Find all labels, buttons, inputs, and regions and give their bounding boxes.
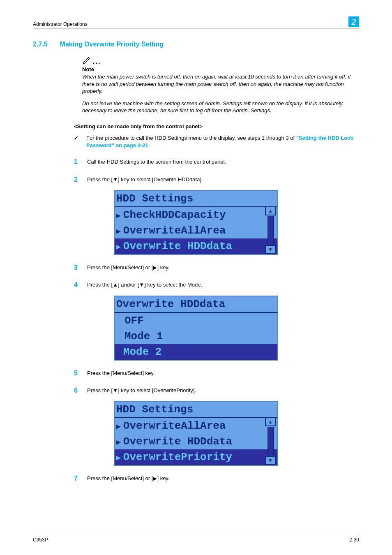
step-number: 1	[74, 157, 80, 166]
scrollbar-track	[267, 427, 274, 455]
scroll-down-icon: ▼	[265, 456, 276, 465]
lcd-item: Overwrite HDDdata	[123, 435, 232, 448]
footer-model: C353P	[33, 537, 48, 543]
lcd-item: OverwriteAllArea	[123, 420, 226, 432]
step-text: Press the [▼] key to select [OverwritePr…	[87, 386, 196, 395]
lcd-item-selected: Overwrite HDDdata	[123, 240, 232, 252]
step-text: Press the [Menu/Select] key.	[87, 369, 155, 378]
step-text: Press the [▲] and/or [▼] key to select t…	[87, 280, 202, 289]
lcd-item-selected: Mode 2	[123, 346, 162, 358]
section-title: Making Overwrite Priority Setting	[60, 41, 164, 48]
breadcrumb: Administrator Operations	[33, 21, 88, 27]
lcd-item-selected: OverwritePriority	[123, 451, 232, 463]
triangle-icon	[116, 209, 121, 221]
scroll-up-icon: ▲	[265, 417, 276, 426]
note-label: Note	[82, 66, 355, 72]
note-paragraph-2: Do not leave the machine with the settin…	[82, 100, 355, 114]
step-text: Press the [Menu/Select] or [▶] key.	[87, 474, 170, 483]
step-text: Press the [▼] key to select [Overwrite H…	[87, 175, 203, 184]
lcd-screen-3: HDD Settings OverwriteAllArea Overwrite …	[114, 401, 278, 466]
step-number: 4	[74, 280, 80, 289]
lcd-title: HDD Settings	[116, 403, 193, 416]
triangle-icon	[116, 420, 121, 432]
cursor-icon	[116, 346, 121, 358]
lcd-screen-1: HDD Settings CheckHDDCapacity OverwriteA…	[114, 190, 278, 255]
step-number: 3	[74, 263, 80, 272]
step-number: 7	[74, 474, 80, 483]
scrollbar-track	[267, 216, 274, 244]
check-icon: ✔	[74, 134, 79, 149]
step-text: Press the [Menu/Select] or [▶] key.	[87, 263, 170, 272]
step-number: 6	[74, 386, 80, 395]
subheading: <Setting can be made only from the contr…	[74, 123, 359, 130]
triangle-icon	[116, 240, 121, 252]
lcd-title: Overwrite HDDdata	[116, 298, 225, 310]
note-paragraph-1: When the main power switch is turned off…	[82, 73, 355, 95]
step-number: 5	[74, 369, 80, 378]
note-dots: ...	[93, 58, 101, 65]
note-icon	[82, 56, 91, 65]
lcd-item: OverwriteAllArea	[123, 224, 226, 237]
scroll-down-icon: ▼	[265, 245, 276, 254]
step-number: 2	[74, 175, 80, 184]
lcd-item: CheckHDDCapacity	[123, 209, 226, 221]
triangle-icon	[116, 451, 121, 463]
bullet-text: For the procedure to call the HDD Settin…	[86, 134, 359, 149]
triangle-icon	[116, 435, 121, 448]
lcd-screen-2: Overwrite HDDdata OFF Mode 1 Mode 2	[114, 296, 278, 361]
section-number: 2.7.5	[33, 41, 48, 48]
footer-page: 2-30	[349, 537, 359, 543]
lcd-title: HDD Settings	[116, 192, 193, 205]
bullet-post: .	[148, 142, 150, 148]
lcd-item: Mode 1	[125, 330, 163, 342]
step-text: Call the HDD Settings to the screen from…	[87, 157, 226, 166]
bullet-pre: For the procedure to call the HDD Settin…	[86, 135, 296, 141]
scroll-up-icon: ▲	[265, 206, 276, 215]
chapter-badge: 2	[348, 16, 359, 27]
lcd-item: OFF	[125, 314, 144, 327]
triangle-icon	[116, 224, 121, 237]
